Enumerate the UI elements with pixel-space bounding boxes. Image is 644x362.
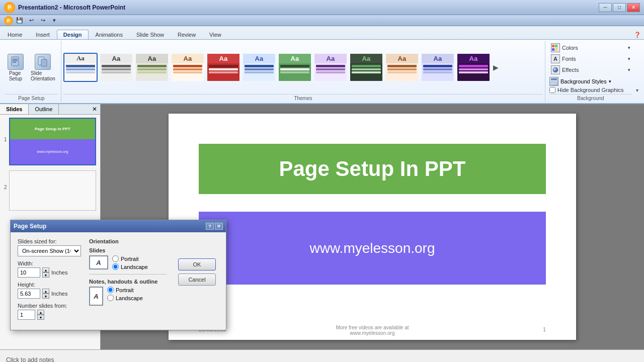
bg-styles-arrow: ▾ bbox=[609, 79, 611, 84]
ribbon-expand-btn[interactable]: ▾ bbox=[636, 41, 642, 102]
theme-item-5[interactable]: Aa bbox=[206, 53, 240, 82]
width-label: Width: bbox=[18, 260, 81, 266]
themes-row: Aa Aa bbox=[63, 42, 543, 93]
height-down-btn[interactable]: ▼ bbox=[42, 294, 49, 299]
theme-item-4[interactable]: Aa bbox=[171, 53, 205, 82]
slide-subtitle: www.myelesson.org bbox=[310, 240, 435, 256]
number-slides-label: Number slides from: bbox=[18, 303, 81, 309]
dialog-close-btn[interactable]: ✕ bbox=[215, 223, 223, 230]
height-input-row: ▲ ▼ Inches bbox=[18, 289, 81, 299]
theme-item-11[interactable]: Aa bbox=[421, 53, 455, 82]
slides-landscape-radio[interactable] bbox=[112, 263, 119, 270]
fonts-icon: A bbox=[551, 54, 560, 63]
effects-button[interactable]: Effects ▾ bbox=[549, 65, 632, 75]
theme-item-1[interactable]: Aa bbox=[63, 53, 98, 82]
notes-landscape-radio[interactable] bbox=[107, 295, 114, 301]
tab-slides[interactable]: Slides bbox=[0, 104, 29, 114]
notes-portrait-option[interactable]: Portrait bbox=[107, 287, 143, 293]
slides-sized-for-group: Slides sized for: On-screen Show (16:9) … bbox=[18, 238, 81, 256]
redo-quick-btn[interactable]: ↪ bbox=[38, 16, 48, 25]
theme-item-2[interactable]: Aa bbox=[99, 53, 133, 82]
panel-close-btn[interactable]: ✕ bbox=[89, 104, 100, 114]
themes-group: Aa Aa bbox=[61, 41, 545, 102]
slide-canvas[interactable]: Page Setup In PPT www.myelesson.org 25/0… bbox=[169, 114, 576, 340]
tab-home[interactable]: Home bbox=[1, 30, 29, 39]
save-quick-btn[interactable]: 💾 bbox=[15, 16, 25, 25]
width-down-btn[interactable]: ▼ bbox=[42, 273, 49, 278]
width-unit: Inches bbox=[51, 269, 67, 276]
page-setup-button[interactable]: PageSetup bbox=[5, 52, 26, 83]
slide1-container: 1 Page Setup In PPT www.myelesson.org bbox=[0, 115, 100, 168]
minimize-button[interactable]: ─ bbox=[599, 3, 612, 12]
slides-portrait-radio[interactable] bbox=[112, 255, 119, 262]
slides-portrait-option[interactable]: Portrait bbox=[112, 255, 148, 262]
dialog-actions: OK Cancel bbox=[175, 238, 219, 324]
theme-item-3[interactable]: Aa bbox=[135, 53, 169, 82]
number-up-btn[interactable]: ▲ bbox=[37, 310, 44, 315]
page-setup-icon bbox=[8, 54, 24, 70]
tab-outline[interactable]: Outline bbox=[29, 104, 59, 114]
theme-item-9[interactable]: Aa bbox=[349, 53, 383, 82]
ribbon-group-page-setup: PageSetup SlideOrientation Page Setup bbox=[2, 41, 61, 102]
colors-button[interactable]: Colors ▾ bbox=[549, 43, 632, 53]
tab-design[interactable]: Design bbox=[57, 30, 89, 39]
more-quick-btn[interactable]: ▾ bbox=[49, 16, 59, 25]
number-slides-input[interactable] bbox=[18, 310, 35, 320]
svg-rect-12 bbox=[551, 78, 557, 80]
window-controls: ─ □ ✕ bbox=[599, 3, 640, 12]
dialog-help-btn[interactable]: ? bbox=[206, 223, 214, 230]
slides-orientation-icon: A bbox=[89, 255, 108, 269]
slides-sized-select[interactable]: On-screen Show (16:9) On-screen Show (4:… bbox=[18, 245, 81, 256]
theme-item-6[interactable]: Aa bbox=[242, 53, 276, 82]
slides-orientation-options: A Portrait Landscape bbox=[89, 255, 167, 270]
height-spinner: ▲ ▼ bbox=[42, 289, 49, 299]
dialog-title: Page Setup bbox=[14, 223, 46, 230]
slide-page-number: 1 bbox=[543, 326, 546, 332]
number-slides-group: Number slides from: ▲ ▼ bbox=[18, 303, 81, 320]
width-up-btn[interactable]: ▲ bbox=[42, 267, 49, 273]
fonts-button[interactable]: A Fonts ▾ bbox=[549, 54, 632, 64]
window-title: Presentation2 - Microsoft PowerPoint bbox=[18, 4, 125, 11]
slides-landscape-option[interactable]: Landscape bbox=[112, 263, 148, 270]
slide2-thumbnail[interactable] bbox=[9, 170, 96, 211]
theme-item-7[interactable]: Aa bbox=[278, 53, 312, 82]
tab-animations[interactable]: Animations bbox=[89, 30, 129, 39]
themes-scroll-right[interactable]: ▶ bbox=[492, 53, 500, 82]
theme-item-8[interactable]: Aa bbox=[313, 53, 348, 82]
svg-rect-5 bbox=[41, 59, 47, 66]
height-up-btn[interactable]: ▲ bbox=[42, 289, 49, 294]
tab-insert[interactable]: Insert bbox=[29, 30, 56, 39]
slide-orientation-button[interactable]: SlideOrientation bbox=[28, 52, 58, 83]
notes-landscape-option[interactable]: Landscape bbox=[107, 295, 143, 301]
undo-quick-btn[interactable]: ↩ bbox=[26, 16, 36, 25]
close-button[interactable]: ✕ bbox=[627, 3, 640, 12]
orientation-divider bbox=[89, 274, 167, 275]
width-input[interactable] bbox=[18, 267, 40, 278]
notes-portrait-radio[interactable] bbox=[107, 287, 114, 293]
notes-bar[interactable]: Click to add notes bbox=[0, 349, 644, 362]
maximize-button[interactable]: □ bbox=[613, 3, 626, 12]
height-input[interactable] bbox=[18, 289, 40, 299]
office-button[interactable]: P bbox=[4, 16, 13, 25]
number-down-btn[interactable]: ▼ bbox=[37, 315, 44, 320]
theme-item-10[interactable]: Aa bbox=[385, 53, 419, 82]
ribbon-group-background: Colors ▾ A Fonts ▾ bbox=[545, 41, 636, 102]
svg-rect-3 bbox=[13, 62, 16, 63]
number-slides-spinner: ▲ ▼ bbox=[37, 310, 44, 320]
cancel-button[interactable]: Cancel bbox=[178, 274, 216, 286]
ok-button[interactable]: OK bbox=[178, 258, 216, 270]
slide-orientation-btn-label: SlideOrientation bbox=[31, 70, 55, 81]
theme-item-12[interactable]: Aa bbox=[456, 53, 491, 82]
tab-review[interactable]: Review bbox=[171, 30, 202, 39]
bg-styles-label[interactable]: Background Styles bbox=[560, 78, 607, 84]
ribbon-help-btn[interactable]: ❓ bbox=[632, 31, 643, 39]
slides-landscape-label: Landscape bbox=[121, 264, 148, 270]
height-unit: Inches bbox=[51, 291, 67, 297]
tab-view[interactable]: View bbox=[203, 30, 228, 39]
tab-slideshow[interactable]: Slide Show bbox=[130, 30, 171, 39]
width-group: Width: ▲ ▼ Inches bbox=[18, 260, 81, 278]
slide1-thumbnail[interactable]: Page Setup In PPT www.myelesson.org bbox=[9, 118, 96, 165]
hide-bg-checkbox[interactable] bbox=[549, 87, 555, 93]
number-slides-row: ▲ ▼ bbox=[18, 310, 81, 320]
notes-icon-group: A bbox=[89, 287, 103, 306]
